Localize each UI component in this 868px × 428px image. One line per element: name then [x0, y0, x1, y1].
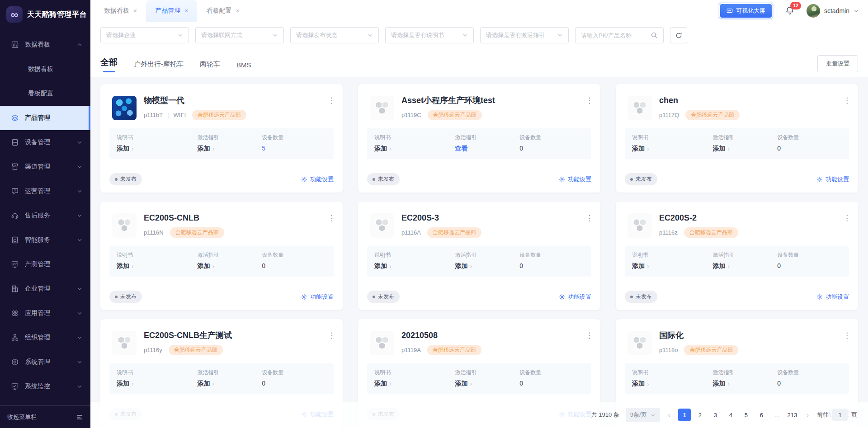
device-count-column: 设备数量 0: [519, 251, 584, 270]
feature-settings-button[interactable]: 功能设置: [816, 175, 849, 183]
batch-settings-button[interactable]: 批量设置: [817, 55, 858, 72]
page-tab[interactable]: 产品管理 ×: [146, 0, 197, 22]
page-button[interactable]: 4: [724, 409, 737, 421]
page-button[interactable]: 6: [755, 409, 768, 421]
page-size-select[interactable]: 9条/页: [626, 408, 660, 422]
sidebar-item[interactable]: 看板配置: [0, 81, 90, 106]
feature-settings-button[interactable]: 功能设置: [559, 175, 591, 183]
sidebar-item[interactable]: 企业管理: [0, 277, 90, 301]
page-button[interactable]: 2: [693, 409, 706, 421]
manual-action[interactable]: 添加 ›: [632, 262, 649, 270]
manual-action[interactable]: 添加 ›: [117, 380, 134, 388]
sidebar-item[interactable]: 组织管理: [0, 325, 90, 350]
sidebar-item[interactable]: 设备管理: [0, 130, 90, 155]
apps-icon: [11, 309, 19, 317]
close-icon[interactable]: ×: [184, 8, 188, 14]
collapse-menu-button[interactable]: 收起菜单栏: [0, 405, 90, 428]
sidebar-item[interactable]: 数据看板: [0, 33, 90, 57]
manual-label: 说明书: [374, 369, 455, 376]
username: sctadmin: [824, 7, 849, 14]
close-icon[interactable]: ×: [236, 8, 239, 14]
sidebar-item[interactable]: 产测管理: [0, 252, 90, 277]
manual-action[interactable]: 添加 ›: [632, 145, 649, 153]
kebab-menu-icon[interactable]: ⋮: [585, 214, 593, 222]
manual-action[interactable]: 添加 ›: [374, 262, 392, 270]
chevron-right-icon: ›: [132, 145, 134, 152]
guide-action[interactable]: 查看 ›: [455, 145, 467, 153]
next-page-button[interactable]: ›: [805, 411, 811, 419]
sidebar-item[interactable]: 数据看板: [0, 57, 90, 81]
manual-action-label: 添加: [632, 262, 645, 270]
page-tab[interactable]: 看板配置 ×: [197, 0, 248, 22]
product-code: p1116y: [144, 347, 162, 353]
page-button[interactable]: 3: [709, 409, 722, 421]
manual-action[interactable]: 添加 ›: [374, 145, 392, 153]
category-tab-label: 两轮车: [200, 60, 220, 68]
feature-settings-button[interactable]: 功能设置: [301, 293, 334, 301]
kebab-menu-icon[interactable]: ⋮: [585, 332, 593, 339]
manual-action[interactable]: 添加 ›: [117, 145, 134, 153]
notification-bell-icon[interactable]: 12: [785, 6, 795, 16]
kebab-menu-icon[interactable]: ⋮: [843, 97, 851, 104]
page-button[interactable]: 213: [786, 409, 798, 421]
search-icon[interactable]: [651, 32, 658, 39]
filter-select[interactable]: 请选择企业: [100, 27, 189, 43]
feature-settings-button[interactable]: 功能设置: [301, 175, 334, 183]
guide-action[interactable]: 添加 ›: [197, 262, 214, 270]
status-label: 未发布: [636, 293, 652, 301]
category-tab[interactable]: 全部: [100, 56, 118, 72]
sidebar-item[interactable]: 产品管理: [0, 106, 90, 130]
filter-select[interactable]: 请选择联网方式: [195, 27, 284, 43]
sidebar-item[interactable]: 渠道管理: [0, 155, 90, 179]
user-menu[interactable]: sctadmin: [807, 4, 859, 18]
status-dot-icon: [630, 296, 633, 298]
manual-action-label: 添加: [632, 145, 645, 153]
kebab-menu-icon[interactable]: ⋮: [328, 214, 335, 222]
card-footer: 未发布 功能设置: [358, 173, 600, 193]
guide-action[interactable]: 添加 ›: [455, 380, 472, 388]
chevron-down-icon: [77, 335, 82, 340]
category-tab[interactable]: BMS: [236, 61, 251, 72]
guide-action[interactable]: 添加 ›: [197, 145, 214, 153]
guide-action[interactable]: 添加 ›: [712, 262, 730, 270]
sidebar-item[interactable]: 系统管理: [0, 350, 90, 374]
page-tab[interactable]: 数据看板 ×: [95, 0, 146, 22]
sidebar-item[interactable]: 售后服务: [0, 203, 90, 228]
filter-select[interactable]: 请选择是否有说明书: [385, 27, 474, 43]
kebab-menu-icon[interactable]: ⋮: [843, 332, 851, 339]
guide-action[interactable]: 添加 ›: [197, 380, 214, 388]
guide-action[interactable]: 添加 ›: [455, 262, 472, 270]
feature-settings-button[interactable]: 功能设置: [559, 293, 591, 301]
sidebar-item[interactable]: ? 运营管理: [0, 179, 90, 203]
manual-action[interactable]: 添加 ›: [117, 262, 134, 270]
sidebar-item[interactable]: 智能服务: [0, 228, 90, 252]
category-tab[interactable]: 户外出行-摩托车: [134, 60, 184, 72]
filter-select[interactable]: 请选择是否有激活指引: [480, 27, 569, 43]
page-button[interactable]: ...: [770, 409, 783, 421]
guide-action[interactable]: 添加 ›: [712, 380, 730, 388]
kebab-menu-icon[interactable]: ⋮: [328, 332, 335, 339]
search-input[interactable]: [581, 32, 647, 39]
visualization-screen-button[interactable]: 可视化大屏: [720, 4, 772, 18]
kebab-menu-icon[interactable]: ⋮: [585, 97, 593, 104]
feature-settings-button[interactable]: 功能设置: [816, 293, 849, 301]
close-icon[interactable]: ×: [133, 8, 137, 14]
guide-action[interactable]: 添加 ›: [712, 145, 730, 153]
page-button[interactable]: 1: [678, 409, 691, 421]
prev-page-button[interactable]: ‹: [666, 411, 672, 419]
refresh-button[interactable]: [670, 27, 687, 43]
sidebar-item[interactable]: 应用管理: [0, 301, 90, 325]
sidebar-item[interactable]: 系统监控: [0, 374, 90, 399]
main-area: 数据看板 × 产品管理 × 看板配置 × 可视化大屏: [90, 0, 868, 428]
manual-action[interactable]: 添加 ›: [374, 380, 392, 388]
category-tab-label: 全部: [100, 57, 118, 67]
kebab-menu-icon[interactable]: ⋮: [843, 214, 851, 222]
filter-select[interactable]: 请选择发布状态: [290, 27, 379, 43]
kebab-menu-icon[interactable]: ⋮: [328, 97, 335, 104]
manual-action[interactable]: 添加 ›: [632, 380, 649, 388]
page-button[interactable]: 5: [740, 409, 752, 421]
department-badge: 合肥移远云产品部: [685, 110, 740, 120]
category-tab[interactable]: 两轮车: [200, 60, 220, 72]
goto-page-input[interactable]: [832, 409, 848, 421]
product-placeholder-icon: [373, 217, 391, 234]
